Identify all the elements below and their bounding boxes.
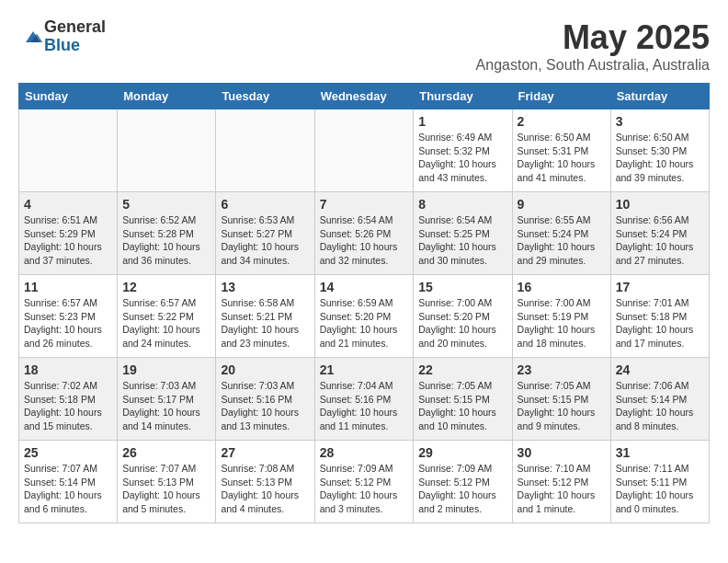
day-info: Sunrise: 6:54 AM Sunset: 5:25 PM Dayligh… (418, 213, 506, 268)
day-number: 21 (320, 362, 409, 377)
calendar-cell: 12Sunrise: 6:57 AM Sunset: 5:22 PM Dayli… (118, 275, 216, 358)
calendar-cell: 27Sunrise: 7:08 AM Sunset: 5:13 PM Dayli… (216, 441, 314, 523)
day-info: Sunrise: 7:00 AM Sunset: 5:20 PM Dayligh… (418, 296, 506, 350)
day-info: Sunrise: 7:09 AM Sunset: 5:12 PM Dayligh… (320, 462, 409, 516)
calendar-cell (314, 109, 414, 192)
calendar-cell: 21Sunrise: 7:04 AM Sunset: 5:16 PM Dayli… (314, 358, 414, 441)
col-sunday: Sunday (19, 84, 118, 109)
day-info: Sunrise: 6:51 AM Sunset: 5:29 PM Dayligh… (24, 213, 112, 268)
title-block: May 2025 Angaston, South Australia, Aust… (476, 18, 710, 74)
calendar-cell: 22Sunrise: 7:05 AM Sunset: 5:15 PM Dayli… (414, 358, 512, 441)
day-number: 12 (122, 280, 210, 294)
week-row-1: 1Sunrise: 6:49 AM Sunset: 5:32 PM Daylig… (19, 109, 710, 192)
day-info: Sunrise: 6:58 AM Sunset: 5:21 PM Dayligh… (221, 296, 309, 350)
day-info: Sunrise: 7:07 AM Sunset: 5:13 PM Dayligh… (122, 462, 210, 516)
calendar-cell: 31Sunrise: 7:11 AM Sunset: 5:11 PM Dayli… (610, 441, 709, 523)
col-wednesday: Wednesday (314, 84, 414, 109)
day-info: Sunrise: 6:53 AM Sunset: 5:27 PM Dayligh… (221, 213, 309, 268)
calendar-cell: 28Sunrise: 7:09 AM Sunset: 5:12 PM Dayli… (314, 441, 414, 523)
day-number: 9 (518, 197, 606, 212)
day-number: 29 (418, 445, 506, 460)
calendar-cell: 18Sunrise: 7:02 AM Sunset: 5:18 PM Dayli… (19, 358, 118, 441)
day-info: Sunrise: 7:02 AM Sunset: 5:18 PM Dayligh… (24, 379, 112, 433)
calendar-cell: 29Sunrise: 7:09 AM Sunset: 5:12 PM Dayli… (414, 441, 512, 523)
week-row-2: 4Sunrise: 6:51 AM Sunset: 5:29 PM Daylig… (19, 192, 710, 275)
logo: General Blue (18, 18, 106, 55)
calendar-cell: 26Sunrise: 7:07 AM Sunset: 5:13 PM Dayli… (118, 441, 216, 523)
calendar-cell: 19Sunrise: 7:03 AM Sunset: 5:17 PM Dayli… (118, 358, 216, 441)
logo-blue: Blue (44, 37, 106, 55)
calendar-cell (216, 109, 314, 192)
day-number: 1 (418, 114, 506, 129)
day-number: 25 (24, 445, 112, 460)
day-info: Sunrise: 6:50 AM Sunset: 5:31 PM Dayligh… (518, 131, 606, 185)
day-number: 28 (320, 445, 409, 460)
week-row-5: 25Sunrise: 7:07 AM Sunset: 5:14 PM Dayli… (19, 441, 710, 523)
calendar-cell: 5Sunrise: 6:52 AM Sunset: 5:28 PM Daylig… (118, 192, 216, 275)
logo-icon (22, 28, 44, 46)
day-number: 20 (221, 362, 309, 377)
day-info: Sunrise: 6:55 AM Sunset: 5:24 PM Dayligh… (518, 213, 606, 268)
calendar-cell: 3Sunrise: 6:50 AM Sunset: 5:30 PM Daylig… (610, 109, 709, 192)
day-info: Sunrise: 7:03 AM Sunset: 5:16 PM Dayligh… (221, 379, 309, 433)
day-info: Sunrise: 6:57 AM Sunset: 5:23 PM Dayligh… (24, 296, 112, 350)
day-info: Sunrise: 7:01 AM Sunset: 5:18 PM Dayligh… (616, 296, 704, 350)
calendar-cell: 4Sunrise: 6:51 AM Sunset: 5:29 PM Daylig… (19, 192, 118, 275)
calendar-cell: 7Sunrise: 6:54 AM Sunset: 5:26 PM Daylig… (314, 192, 414, 275)
day-info: Sunrise: 6:52 AM Sunset: 5:28 PM Dayligh… (122, 213, 210, 268)
day-info: Sunrise: 6:59 AM Sunset: 5:20 PM Dayligh… (320, 296, 409, 350)
calendar-cell: 23Sunrise: 7:05 AM Sunset: 5:15 PM Dayli… (512, 358, 610, 441)
day-number: 11 (24, 280, 112, 294)
calendar-cell: 20Sunrise: 7:03 AM Sunset: 5:16 PM Dayli… (216, 358, 314, 441)
day-number: 4 (24, 197, 112, 212)
calendar-cell: 15Sunrise: 7:00 AM Sunset: 5:20 PM Dayli… (414, 275, 512, 358)
calendar-cell: 10Sunrise: 6:56 AM Sunset: 5:24 PM Dayli… (610, 192, 709, 275)
day-number: 10 (616, 197, 704, 212)
day-number: 3 (616, 114, 704, 129)
col-saturday: Saturday (610, 84, 709, 109)
day-info: Sunrise: 7:00 AM Sunset: 5:19 PM Dayligh… (518, 296, 606, 350)
day-info: Sunrise: 6:54 AM Sunset: 5:26 PM Dayligh… (320, 213, 409, 268)
day-number: 16 (518, 280, 606, 294)
col-monday: Monday (118, 84, 216, 109)
calendar-cell: 24Sunrise: 7:06 AM Sunset: 5:14 PM Dayli… (610, 358, 709, 441)
day-info: Sunrise: 7:08 AM Sunset: 5:13 PM Dayligh… (221, 462, 309, 516)
day-info: Sunrise: 7:09 AM Sunset: 5:12 PM Dayligh… (418, 462, 506, 516)
calendar-cell: 25Sunrise: 7:07 AM Sunset: 5:14 PM Dayli… (19, 441, 118, 523)
calendar-cell (118, 109, 216, 192)
day-number: 22 (418, 362, 506, 377)
day-info: Sunrise: 6:57 AM Sunset: 5:22 PM Dayligh… (122, 296, 210, 350)
calendar-cell: 17Sunrise: 7:01 AM Sunset: 5:18 PM Dayli… (610, 275, 709, 358)
day-info: Sunrise: 7:05 AM Sunset: 5:15 PM Dayligh… (518, 379, 606, 433)
day-info: Sunrise: 7:07 AM Sunset: 5:14 PM Dayligh… (24, 462, 112, 516)
day-number: 5 (122, 197, 210, 212)
logo-general: General (44, 18, 106, 37)
day-info: Sunrise: 7:11 AM Sunset: 5:11 PM Dayligh… (616, 462, 704, 516)
col-tuesday: Tuesday (216, 84, 314, 109)
calendar-cell: 14Sunrise: 6:59 AM Sunset: 5:20 PM Dayli… (314, 275, 414, 358)
day-number: 18 (24, 362, 112, 377)
day-info: Sunrise: 7:10 AM Sunset: 5:12 PM Dayligh… (518, 462, 606, 516)
day-number: 19 (122, 362, 210, 377)
day-info: Sunrise: 7:05 AM Sunset: 5:15 PM Dayligh… (418, 379, 506, 433)
day-info: Sunrise: 7:03 AM Sunset: 5:17 PM Dayligh… (122, 379, 210, 433)
calendar-cell: 1Sunrise: 6:49 AM Sunset: 5:32 PM Daylig… (414, 109, 512, 192)
week-row-4: 18Sunrise: 7:02 AM Sunset: 5:18 PM Dayli… (19, 358, 710, 441)
day-number: 2 (518, 114, 606, 129)
calendar-cell: 16Sunrise: 7:00 AM Sunset: 5:19 PM Dayli… (512, 275, 610, 358)
day-info: Sunrise: 7:04 AM Sunset: 5:16 PM Dayligh… (320, 379, 409, 433)
month-title: May 2025 (476, 18, 710, 57)
day-number: 31 (616, 445, 704, 460)
day-number: 26 (122, 445, 210, 460)
logo-text: General Blue (44, 18, 106, 55)
day-number: 23 (518, 362, 606, 377)
day-number: 13 (221, 280, 309, 294)
day-number: 17 (616, 280, 704, 294)
day-info: Sunrise: 6:49 AM Sunset: 5:32 PM Dayligh… (418, 131, 506, 185)
header-row: Sunday Monday Tuesday Wednesday Thursday… (19, 84, 710, 109)
day-number: 27 (221, 445, 309, 460)
week-row-3: 11Sunrise: 6:57 AM Sunset: 5:23 PM Dayli… (19, 275, 710, 358)
day-info: Sunrise: 7:06 AM Sunset: 5:14 PM Dayligh… (616, 379, 704, 433)
page-header: General Blue May 2025 Angaston, South Au… (18, 18, 710, 74)
calendar-cell (19, 109, 118, 192)
